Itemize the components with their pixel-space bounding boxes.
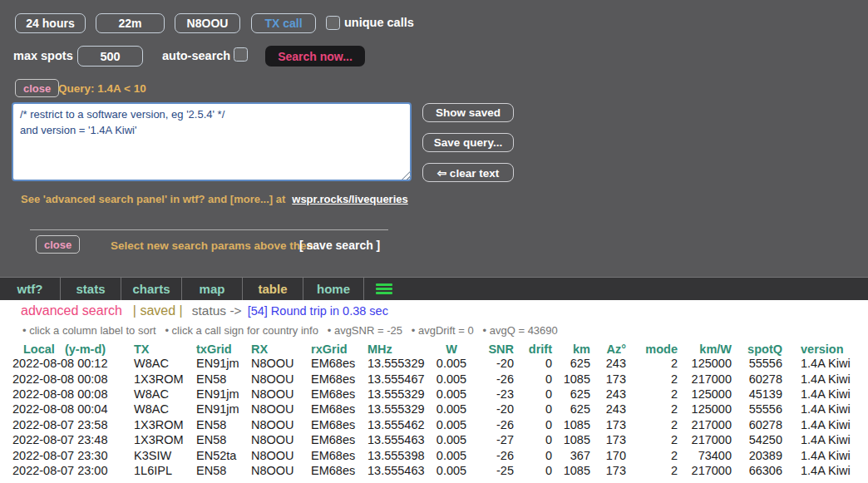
nav-tab-table[interactable]: table: [243, 278, 303, 300]
table-cell: 13.555329: [366, 356, 432, 371]
callsign-cell[interactable]: N8OOU: [249, 402, 309, 416]
tx-call-toggle-button[interactable]: TX call: [251, 13, 316, 33]
column-header-kmw[interactable]: km/W: [678, 339, 732, 356]
query-label: Query: 1.4A < 10: [58, 82, 146, 95]
nav-tab-map[interactable]: map: [182, 278, 243, 300]
table-cell: 1085: [552, 417, 590, 432]
saved-link[interactable]: | saved |: [133, 303, 183, 318]
callsign-cell[interactable]: 1X3ROM: [131, 371, 196, 386]
table-cell: 1085: [552, 371, 590, 386]
table-cell: 1.4A Kiwi: [782, 432, 856, 447]
table-cell: -26: [471, 447, 514, 462]
status-value: [54] Round trip in 0.38 sec: [248, 304, 388, 318]
livequeries-link[interactable]: wspr.rocks/livequeries: [292, 193, 407, 205]
column-header-version[interactable]: version: [782, 339, 856, 356]
callsign-cell[interactable]: W8AC: [131, 402, 196, 416]
callsign-cell[interactable]: N8OOU: [249, 417, 309, 432]
column-header-mhz[interactable]: MHz: [366, 339, 432, 356]
table-cell: 0.005: [432, 402, 471, 416]
column-header-km[interactable]: km: [552, 339, 590, 356]
callsign-cell[interactable]: N8OOU: [249, 463, 309, 478]
column-header-tx[interactable]: TX: [131, 339, 196, 356]
callsign-cell[interactable]: 1X3ROM: [131, 417, 196, 432]
table-cell: -27: [471, 432, 514, 447]
search-panel: 24 hours 22m N8OOU TX call unique calls …: [0, 0, 868, 277]
query-textarea[interactable]: /* restrict to a software version, eg '2…: [12, 102, 412, 181]
callsign-cell[interactable]: N8OOU: [249, 432, 309, 447]
nav-tab-label: map: [200, 282, 225, 296]
callsign-cell[interactable]: W8AC: [131, 387, 196, 402]
table-cell: 125000: [678, 387, 732, 402]
nav-tab-home[interactable]: home: [303, 278, 364, 300]
table-cell: EN91jm: [196, 402, 249, 416]
unique-calls-checkbox[interactable]: [326, 16, 340, 30]
time-range-button[interactable]: 24 hours: [15, 13, 86, 33]
search-now-button[interactable]: Search now...: [265, 46, 365, 67]
wspr-rocks-app: 24 hours 22m N8OOU TX call unique calls …: [0, 0, 868, 483]
save-search-button[interactable]: [ save search ]: [299, 239, 380, 252]
column-header-txgrid[interactable]: txGrid: [196, 339, 249, 356]
save-panel-close-button[interactable]: close: [36, 235, 80, 254]
table-cell: 0: [514, 371, 552, 386]
callsign-cell[interactable]: N8OOU: [249, 447, 309, 462]
table-cell: 1.4A Kiwi: [782, 402, 856, 416]
show-saved-button[interactable]: Show saved: [422, 103, 514, 122]
callsign-cell[interactable]: N8OOU: [249, 356, 309, 371]
table-cell: 0.005: [432, 432, 471, 447]
nav-tab-stats[interactable]: stats: [61, 278, 121, 300]
divider-line: [30, 229, 388, 230]
table-cell: 0: [514, 447, 552, 462]
advanced-search-link[interactable]: advanced search: [21, 303, 122, 318]
table-cell: EN58: [196, 463, 249, 478]
table-cell: EN58: [196, 371, 249, 386]
nav-tab-label: wtf?: [17, 282, 43, 296]
callsign-cell[interactable]: N8OOU: [249, 387, 309, 402]
table-cell: 2022-08-08 00:08: [12, 387, 131, 402]
table-cell: -25: [471, 463, 514, 478]
callsign-cell[interactable]: 1X3ROM: [131, 432, 196, 447]
callsign-cell[interactable]: K3SIW: [131, 447, 196, 462]
column-header-mode[interactable]: mode: [626, 339, 678, 356]
callsign-cell[interactable]: N8OOU: [249, 371, 309, 386]
callsign-cell[interactable]: W8AC: [131, 356, 196, 371]
column-header-local[interactable]: Local (y-m-d): [12, 339, 131, 356]
table-cell: 2: [626, 447, 678, 462]
table-row: 2022-08-08 00:12W8ACEN91jmN8OOUEM68es13.…: [12, 356, 856, 371]
column-header-spotq[interactable]: spotQ: [732, 339, 782, 356]
column-header-rx[interactable]: RX: [249, 339, 309, 356]
callsign-cell[interactable]: 1L6IPL: [131, 463, 196, 478]
table-cell: EN91jm: [196, 387, 249, 402]
table-row: 2022-08-07 23:581X3ROMEN58N8OOUEM68es13.…: [12, 417, 856, 432]
table-cell: 170: [590, 447, 626, 462]
nav-tab-charts[interactable]: charts: [121, 278, 182, 300]
column-header-w[interactable]: W: [432, 339, 471, 356]
auto-search-checkbox[interactable]: [234, 47, 248, 62]
callsign-button[interactable]: N8OOU: [175, 13, 240, 33]
column-header-az[interactable]: Az°: [590, 339, 626, 356]
max-spots-input[interactable]: [77, 46, 143, 67]
clear-text-button[interactable]: ⇦ clear text: [422, 163, 514, 182]
table-cell: 13.555463: [366, 432, 432, 447]
save-search-instruction: Select new search params above then: [111, 239, 313, 252]
table-cell: 1085: [552, 463, 590, 478]
table-cell: -26: [471, 371, 514, 386]
table-cell: 13.555329: [366, 387, 432, 402]
table-cell: 125000: [678, 356, 732, 371]
table-cell: 2022-08-07 23:30: [12, 447, 131, 462]
table-cell: 13.555463: [366, 463, 432, 478]
table-cell: EM68es: [309, 387, 366, 402]
save-query-button[interactable]: Save query...: [422, 133, 514, 152]
table-cell: 1.4A Kiwi: [782, 356, 856, 371]
menu-button[interactable]: [364, 278, 404, 300]
table-cell: 0.005: [432, 463, 471, 478]
nav-tab-wtf[interactable]: wtf?: [0, 278, 61, 300]
table-row: 2022-08-08 00:08W8ACEN91jmN8OOUEM68es13.…: [12, 387, 856, 402]
table-cell: 2: [626, 432, 678, 447]
column-header-drift[interactable]: drift: [514, 339, 552, 356]
column-header-rxgrid[interactable]: rxGrid: [309, 339, 366, 356]
band-button[interactable]: 22m: [96, 13, 165, 33]
column-header-snr[interactable]: SNR: [471, 339, 514, 356]
table-cell: 2022-08-08 00:04: [12, 402, 131, 416]
nav-tab-label: table: [258, 282, 287, 296]
query-close-button[interactable]: close: [15, 79, 59, 97]
